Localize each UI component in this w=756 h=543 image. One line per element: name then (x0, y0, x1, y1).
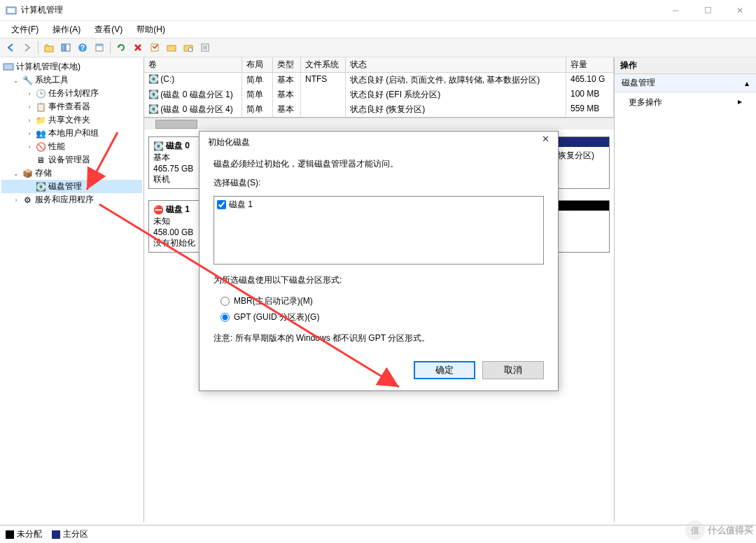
dialog-titlebar[interactable]: 初始化磁盘 ✕ (200, 132, 558, 153)
close-button[interactable]: ✕ (724, 0, 756, 21)
svg-rect-2 (45, 46, 53, 52)
folder-icon-2[interactable] (181, 40, 196, 55)
menu-help[interactable]: 帮助(H) (130, 21, 172, 38)
collapse-icon[interactable]: ▴ (745, 78, 749, 88)
expand-icon[interactable]: › (26, 130, 33, 137)
menubar: 文件(F) 操作(A) 查看(V) 帮助(H) (0, 21, 756, 38)
navigation-tree[interactable]: 计算机管理(本地) ⌄🔧系统工具 ›🕒任务计划程序 ›📋事件查看器 ›📁共享文件… (0, 57, 144, 522)
tree-storage[interactable]: ⌄📦存储 (1, 167, 142, 180)
actions-more[interactable]: 更多操作 ▸ (615, 92, 756, 113)
expand-icon[interactable]: › (26, 90, 33, 97)
table-header[interactable]: 卷 布局 类型 文件系统 状态 容量 (144, 57, 614, 73)
mbr-radio[interactable] (220, 297, 230, 306)
col-layout[interactable]: 布局 (242, 57, 273, 72)
actions-category[interactable]: 磁盘管理 ▴ (615, 74, 756, 92)
col-filesystem[interactable]: 文件系统 (301, 57, 346, 72)
app-icon (6, 5, 17, 16)
volume-table[interactable]: 卷 布局 类型 文件系统 状态 容量 💽 (C:)简单基本NTFS状态良好 (启… (144, 57, 614, 118)
scroll-thumb[interactable] (155, 120, 197, 129)
collapse-icon[interactable]: ⌄ (13, 77, 20, 84)
dialog-title: 初始化磁盘 (208, 136, 250, 148)
expand-icon[interactable]: › (26, 104, 33, 111)
disk-list[interactable]: 磁盘 1 (214, 196, 544, 265)
actions-pane: 操作 磁盘管理 ▴ 更多操作 ▸ (615, 57, 756, 522)
menu-action[interactable]: 操作(A) (46, 21, 88, 38)
svg-rect-3 (62, 44, 65, 51)
device-icon: 🖥 (35, 155, 46, 166)
col-capacity[interactable]: 容量 (566, 57, 614, 72)
dialog-close-button[interactable]: ✕ (534, 134, 556, 150)
actions-header: 操作 (615, 57, 756, 74)
partition-style-label: 为所选磁盘使用以下磁盘分区形式: (214, 274, 544, 286)
col-status[interactable]: 状态 (346, 57, 566, 72)
chevron-right-icon: ▸ (738, 97, 742, 108)
expand-icon[interactable]: › (13, 197, 20, 204)
table-row[interactable]: 💽 (磁盘 0 磁盘分区 1)简单基本状态良好 (EFI 系统分区)100 MB (144, 87, 614, 102)
tree-shared-folders[interactable]: ›📁共享文件夹 (1, 113, 142, 127)
tree-local-users[interactable]: ›👥本地用户和组 (1, 127, 142, 140)
legend-swatch-primary (52, 530, 60, 539)
refresh-button[interactable] (113, 40, 129, 55)
menu-view[interactable]: 查看(V) (88, 21, 130, 38)
tree-root[interactable]: 计算机管理(本地) (1, 60, 142, 73)
folder-icon-1[interactable] (164, 40, 179, 55)
up-button[interactable] (41, 40, 57, 55)
maximize-button[interactable]: ☐ (692, 0, 724, 21)
forward-button[interactable] (20, 40, 35, 55)
dialog-note: 注意: 所有早期版本的 Windows 都不识别 GPT 分区形式。 (214, 332, 544, 344)
disk-icon: 💽 (35, 181, 46, 192)
storage-icon: 📦 (22, 168, 33, 179)
dialog-intro: 磁盘必须经过初始化，逻辑磁盘管理器才能访问。 (214, 158, 544, 170)
window-title: 计算机管理 (21, 4, 659, 16)
users-icon: 👥 (35, 128, 46, 139)
event-icon: 📋 (35, 101, 46, 113)
help-button[interactable]: ? (75, 40, 90, 55)
tree-disk-management[interactable]: 💽磁盘管理 (1, 180, 142, 193)
ok-button[interactable]: 确定 (414, 361, 475, 379)
svg-rect-17 (4, 64, 13, 70)
svg-point-12 (188, 48, 192, 52)
toolbar: ? (0, 38, 756, 57)
delete-icon[interactable] (130, 40, 146, 55)
list-view-icon[interactable] (197, 40, 213, 55)
disk-error-icon: ⛔ (153, 205, 164, 215)
properties-button[interactable] (92, 40, 107, 55)
col-volume[interactable]: 卷 (144, 57, 242, 72)
gpt-option[interactable]: GPT (GUID 分区表)(G) (214, 309, 544, 325)
tree-task-scheduler[interactable]: ›🕒任务计划程序 (1, 87, 142, 100)
disk-icon: 💽 (153, 141, 164, 151)
tools-icon: 🔧 (22, 75, 33, 86)
expand-icon[interactable]: › (26, 143, 33, 150)
svg-rect-10 (167, 45, 176, 51)
tree-services-apps[interactable]: ›⚙服务和应用程序 (1, 193, 142, 206)
disk-checkbox[interactable] (217, 200, 226, 209)
tree-system-tools[interactable]: ⌄🔧系统工具 (1, 73, 142, 87)
svg-rect-1 (8, 8, 15, 13)
disk-list-item[interactable]: 磁盘 1 (216, 198, 542, 211)
partition-recovery[interactable]: 恢复分区) (553, 137, 609, 188)
folder-icon: 📁 (35, 115, 46, 126)
svg-text:?: ? (80, 44, 85, 52)
legend-swatch-unalloc (6, 530, 14, 539)
svg-rect-8 (96, 44, 103, 46)
select-disk-label: 选择磁盘(S): (214, 177, 544, 189)
tree-event-viewer[interactable]: ›📋事件查看器 (1, 100, 142, 113)
col-type[interactable]: 类型 (273, 57, 301, 72)
table-row[interactable]: 💽 (C:)简单基本NTFS状态良好 (启动, 页面文件, 故障转储, 基本数据… (144, 73, 614, 87)
back-button[interactable] (3, 40, 18, 55)
table-row[interactable]: 💽 (磁盘 0 磁盘分区 4)简单基本状态良好 (恢复分区)559 MB (144, 102, 614, 117)
mbr-option[interactable]: MBR(主启动记录)(M) (214, 293, 544, 309)
tree-performance[interactable]: ›🚫性能 (1, 140, 142, 153)
tree-device-manager[interactable]: 🖥设备管理器 (1, 153, 142, 167)
show-hide-tree-button[interactable] (58, 40, 74, 55)
computer-icon (3, 62, 14, 73)
rescan-icon[interactable] (147, 40, 162, 55)
cancel-button[interactable]: 取消 (482, 361, 544, 379)
menu-file[interactable]: 文件(F) (4, 21, 46, 38)
horizontal-scrollbar[interactable] (144, 118, 614, 129)
svg-rect-4 (66, 44, 70, 51)
expand-icon[interactable]: › (26, 117, 33, 124)
gpt-radio[interactable] (220, 313, 230, 322)
collapse-icon[interactable]: ⌄ (13, 170, 20, 177)
minimize-button[interactable]: ─ (659, 0, 692, 21)
